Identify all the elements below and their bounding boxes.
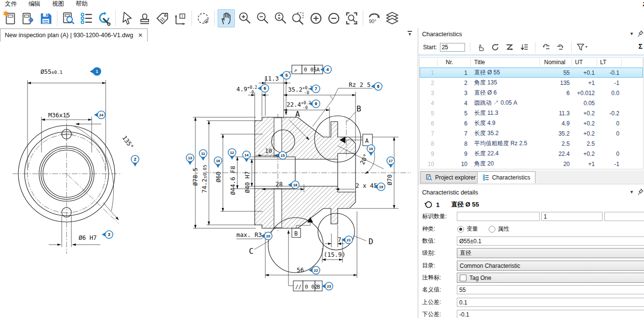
value-input[interactable] bbox=[457, 236, 644, 246]
field-row-level: 级别: 直径⌄ bbox=[422, 248, 453, 258]
upper-tolerance-input[interactable] bbox=[457, 298, 644, 307]
balloon-17[interactable]: 17 bbox=[387, 157, 395, 168]
balloon-3[interactable]: 3 bbox=[102, 231, 113, 238]
start-label: Start: bbox=[423, 44, 437, 51]
dimension-text: B bbox=[294, 230, 298, 237]
decrease-icon[interactable] bbox=[326, 10, 342, 27]
zoom-out-icon[interactable] bbox=[254, 10, 271, 27]
drawing-canvas[interactable]: Ø55±0.1M36x15135°Ø6 H711.34.9+0.2-035.2+… bbox=[0, 41, 416, 318]
menu-file[interactable]: 文件 bbox=[5, 0, 17, 8]
catalog-dropdown[interactable]: Common Characteristic⌄ bbox=[457, 261, 644, 271]
table-row[interactable]: 22角度 135135+1-1 bbox=[420, 78, 643, 88]
pin-icon[interactable] bbox=[638, 30, 644, 37]
apply-numbers-back-icon[interactable] bbox=[555, 41, 566, 53]
table-row[interactable]: 77长度 35.235.2+0.20 bbox=[420, 128, 643, 138]
menu-view[interactable]: 视图 bbox=[52, 0, 64, 8]
column-title[interactable]: Title bbox=[471, 58, 540, 66]
close-tab-icon[interactable]: ✕ bbox=[138, 32, 143, 39]
table-row[interactable]: 66长度 4.94.9+0.20 bbox=[420, 118, 643, 128]
balloon-22[interactable]: 22 bbox=[309, 266, 320, 274]
balloon-2[interactable]: 2 bbox=[131, 155, 139, 166]
balloon-24[interactable]: 24 bbox=[94, 111, 105, 119]
balloon-6[interactable]: 6 bbox=[258, 84, 269, 92]
menu-edit[interactable]: 编辑 bbox=[28, 0, 41, 8]
panel-menu-icon[interactable]: ▼ bbox=[630, 190, 634, 194]
region-select-icon[interactable] bbox=[195, 10, 211, 27]
balloon-14[interactable]: 14 bbox=[243, 151, 250, 162]
refresh-numbering-icon[interactable] bbox=[490, 41, 501, 53]
table-row[interactable]: 55长度 11.311.3+0.2-0.2 bbox=[420, 108, 643, 118]
table-row[interactable]: 99长度 22.422.4+0.20 bbox=[420, 149, 643, 159]
find-view-icon[interactable] bbox=[60, 10, 77, 27]
kind-radio-variable[interactable] bbox=[457, 226, 464, 233]
id-qty-input-2[interactable] bbox=[541, 212, 603, 221]
id-qty-input-1[interactable] bbox=[457, 212, 540, 221]
sum-symbol[interactable]: Σ bbox=[639, 42, 643, 50]
tab-list-dropdown-icon[interactable]: ▼ bbox=[408, 31, 412, 37]
column-index[interactable] bbox=[420, 58, 438, 66]
renumber-path-icon[interactable] bbox=[504, 41, 516, 53]
tab-project-explorer[interactable]: Project explorer bbox=[420, 171, 481, 183]
balloon-1[interactable]: 1 bbox=[90, 68, 101, 75]
table-row[interactable]: 88平均值粗糙度 Rz 2.52.52.5 bbox=[420, 138, 643, 149]
dimension-text: Rz 2 5 bbox=[349, 81, 370, 88]
column-lt[interactable]: LT bbox=[597, 58, 622, 66]
filter-icon[interactable] bbox=[576, 41, 588, 53]
nominal-input[interactable] bbox=[457, 285, 644, 294]
characteristic-list-icon[interactable] bbox=[78, 10, 95, 27]
balloon-20[interactable]: 20 bbox=[261, 232, 272, 240]
tab-characteristics[interactable]: Characteristics bbox=[477, 171, 535, 183]
cell-ut: +0.2 bbox=[572, 151, 597, 157]
kind-radio-attribute[interactable] bbox=[489, 226, 495, 233]
balloon-11[interactable]: 11 bbox=[199, 150, 207, 161]
settings-icon[interactable] bbox=[96, 10, 112, 27]
save-icon[interactable] bbox=[38, 10, 54, 27]
document-tab[interactable]: New inspection plan (A) | 930-1200-406-V… bbox=[0, 28, 148, 41]
table-row[interactable]: 11直径 Ø 5555+0.1-0.1 bbox=[420, 68, 643, 78]
id-qty-input-3[interactable] bbox=[604, 212, 644, 221]
table-row[interactable]: 1010角度 2020+1-1 bbox=[420, 159, 643, 169]
zoom-in-icon[interactable] bbox=[236, 10, 253, 27]
table-row[interactable]: 33直径 Ø 66+0.0120.0 bbox=[420, 88, 643, 98]
level-dropdown[interactable]: 直径⌄ bbox=[457, 248, 644, 258]
new-plan-icon[interactable]: ✱ bbox=[2, 10, 18, 27]
stamp-icon[interactable] bbox=[137, 10, 153, 27]
pin-icon[interactable] bbox=[638, 189, 644, 195]
balloon-23[interactable]: 23 bbox=[322, 282, 333, 290]
column-nr[interactable]: Nr. bbox=[438, 58, 471, 66]
zoom-dynamic-icon[interactable] bbox=[272, 10, 288, 27]
rotate-90-icon[interactable]: 90° bbox=[366, 10, 383, 27]
start-input[interactable] bbox=[440, 43, 465, 52]
balloon-5[interactable]: 5 bbox=[279, 71, 290, 79]
kind-attribute-label: 属性 bbox=[498, 225, 509, 233]
tag-dropdown[interactable]: Tag One⌄ bbox=[457, 273, 644, 283]
balloon-13[interactable]: 13 bbox=[186, 154, 194, 165]
pick-characteristic-icon[interactable] bbox=[475, 41, 487, 53]
column-nominal[interactable]: Nominal bbox=[540, 58, 572, 66]
layers-icon[interactable] bbox=[384, 10, 400, 27]
menu-help[interactable]: 帮助 bbox=[76, 0, 88, 8]
column-ut[interactable]: UT bbox=[572, 58, 597, 66]
dimension-text: Ø60 bbox=[215, 171, 222, 182]
pan-hand-icon[interactable] bbox=[218, 9, 235, 28]
balloon-12[interactable]: 12 bbox=[228, 149, 236, 160]
sort-list-icon[interactable] bbox=[519, 41, 530, 53]
increase-icon[interactable] bbox=[308, 10, 324, 27]
open-plan-icon[interactable] bbox=[20, 10, 36, 27]
balloon-8[interactable]: 8 bbox=[371, 83, 382, 90]
zoom-window-icon[interactable] bbox=[290, 10, 306, 27]
cell-idx: 5 bbox=[420, 110, 438, 117]
table-row[interactable]: 44圆跳动 ↗ 0.05 A0.05 bbox=[420, 98, 643, 108]
tag-checkbox[interactable] bbox=[460, 275, 466, 281]
apply-numbers-forward-icon[interactable] bbox=[540, 41, 552, 53]
balloon-10[interactable]: 10 bbox=[367, 145, 375, 156]
select-cursor-icon[interactable] bbox=[119, 10, 135, 27]
panel-menu-icon[interactable]: ▼ bbox=[630, 31, 634, 36]
dimension-tool-icon[interactable]: 1 bbox=[172, 10, 189, 27]
balloon-18[interactable]: 18 bbox=[288, 181, 299, 189]
zoom-fit-icon[interactable] bbox=[343, 10, 360, 27]
balloon-16[interactable]: 16 bbox=[214, 157, 222, 168]
lower-tolerance-input[interactable] bbox=[457, 310, 644, 318]
balloon-21[interactable]: 21 bbox=[342, 236, 353, 244]
tag-icon[interactable] bbox=[154, 10, 171, 27]
